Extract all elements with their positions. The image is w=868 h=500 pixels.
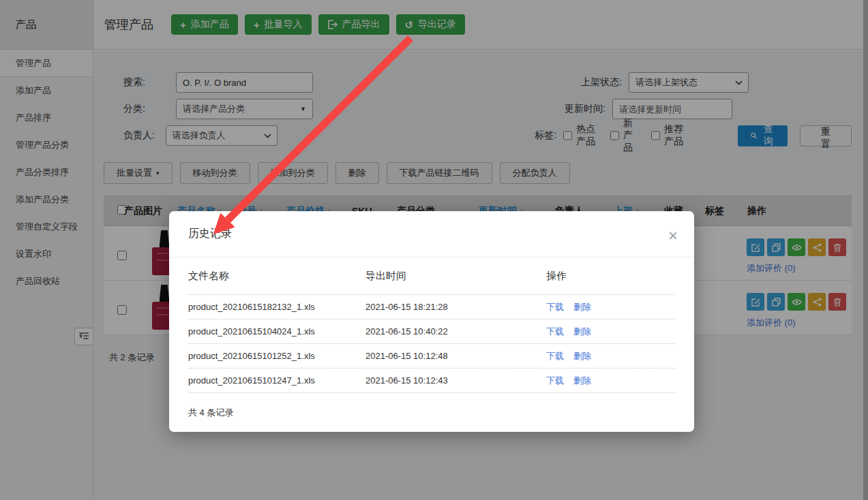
history-header-row: 文件名称 导出时间 操作: [188, 257, 675, 294]
history-col-export-time: 导出时间: [365, 270, 546, 283]
history-row: product_20210615182132_1.xls 2021-06-15 …: [188, 294, 675, 319]
history-row: product_20210615101252_1.xls 2021-06-15 …: [188, 343, 675, 368]
delete-link[interactable]: 删除: [573, 375, 591, 386]
delete-link[interactable]: 删除: [573, 326, 591, 337]
history-row: product_20210615104024_1.xls 2021-06-15 …: [188, 319, 675, 343]
history-col-filename: 文件名称: [188, 270, 365, 283]
app-window: 产品 管理产品 添加产品 产品排序 管理产品分类 产品分类排序 添加产品分类 管…: [0, 0, 868, 500]
history-export-time: 2021-06-15 10:12:43: [365, 375, 546, 386]
history-records-summary: 共 4 条记录: [169, 393, 694, 419]
download-link[interactable]: 下载: [546, 351, 564, 361]
delete-link[interactable]: 删除: [573, 351, 591, 361]
download-link[interactable]: 下载: [546, 375, 564, 386]
history-export-time: 2021-06-15 18:21:28: [365, 302, 546, 312]
history-filename: product_20210615101247_1.xls: [188, 375, 365, 386]
download-link[interactable]: 下载: [546, 302, 564, 312]
history-export-time: 2021-06-15 10:40:22: [365, 326, 546, 337]
history-filename: product_20210615182132_1.xls: [188, 302, 365, 312]
history-filename: product_20210615104024_1.xls: [188, 326, 365, 337]
download-link[interactable]: 下载: [546, 326, 564, 337]
history-filename: product_20210615101252_1.xls: [188, 351, 365, 361]
close-icon[interactable]: ×: [668, 229, 678, 243]
delete-link[interactable]: 删除: [573, 302, 591, 312]
history-table: 文件名称 导出时间 操作 product_20210615182132_1.xl…: [169, 257, 694, 393]
modal-title: 历史记录: [188, 227, 232, 241]
history-row: product_20210615101247_1.xls 2021-06-15 …: [188, 368, 675, 392]
history-col-actions: 操作: [546, 270, 675, 283]
history-export-time: 2021-06-15 10:12:48: [365, 351, 546, 361]
modal-header: 历史记录 ×: [169, 211, 694, 257]
export-history-modal: 历史记录 × 文件名称 导出时间 操作 product_202106151821…: [169, 211, 694, 432]
